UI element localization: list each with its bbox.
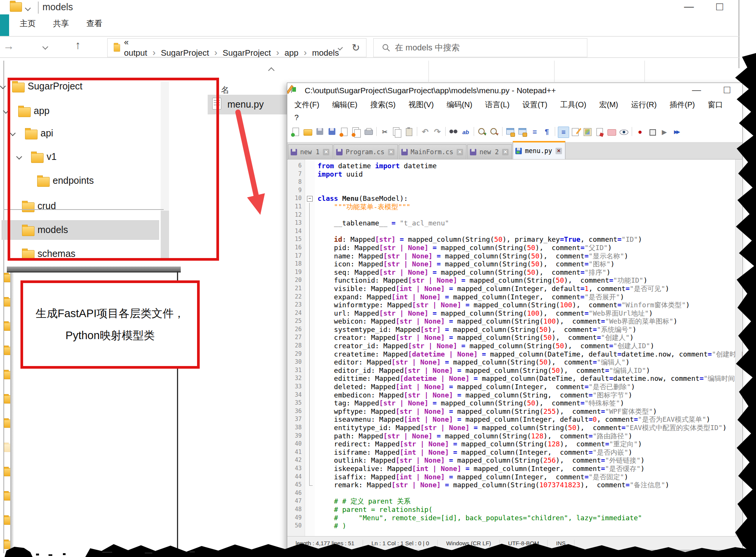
undo-icon[interactable]: ↶ — [420, 127, 430, 137]
notepad-menu-item-11[interactable]: 窗口 — [701, 100, 729, 110]
code-text: import uuid — [315, 170, 363, 178]
function-list-icon[interactable] — [570, 127, 581, 137]
sort-ascending-icon[interactable] — [268, 67, 275, 74]
sync-scroll-h-icon[interactable] — [517, 127, 528, 137]
open-file-icon[interactable] — [302, 127, 313, 137]
tab-close-icon[interactable]: ✕ — [556, 148, 562, 154]
tab-new 2[interactable]: new 2✕ — [467, 144, 512, 159]
fold-marker[interactable]: − — [305, 194, 315, 203]
notepad-menu-item-8[interactable]: 宏(M) — [593, 100, 625, 110]
notepad-menu-item-7[interactable]: 工具(O) — [554, 100, 593, 110]
tab-Program.cs[interactable]: Program.cs✕ — [333, 144, 398, 159]
editor-area[interactable]: 6from datetime import datetime7import uu… — [287, 160, 742, 536]
explorer-maximize-button[interactable]: □ — [716, 0, 723, 13]
tab-close-icon[interactable]: ✕ — [388, 149, 394, 155]
column-divider[interactable] — [554, 61, 555, 82]
tab-MainForm.cs[interactable]: MainForm.cs✕ — [399, 144, 467, 159]
folder-as-workspace-icon[interactable] — [606, 127, 617, 137]
notepad-menu-item-3[interactable]: 视图(V) — [402, 100, 440, 110]
up-icon[interactable]: ↑ — [75, 39, 81, 52]
run-macro-multiple-icon[interactable]: ▶▶ — [671, 127, 682, 137]
indent-guide-icon[interactable]: ≡ — [558, 127, 568, 137]
code-line-39: 39 path: Mapped[str | None] = mapped_col… — [287, 432, 742, 440]
document-switcher-icon[interactable] — [594, 127, 605, 137]
refresh-icon[interactable]: ↻ — [352, 42, 360, 54]
code-text: expand: Mapped[int | None] = mapped_colu… — [315, 293, 624, 301]
copy-icon[interactable] — [391, 127, 402, 137]
quick-access-caret-icon[interactable] — [25, 5, 31, 11]
code-line-31: 31 editor_id: Mapped[str | None] = mappe… — [287, 366, 742, 375]
save-icon[interactable] — [315, 127, 325, 137]
menu-item-help[interactable]: ? — [294, 113, 299, 122]
tab-menu.py[interactable]: menu.py✕ — [513, 141, 565, 159]
notepad-menu-item-5[interactable]: 语言(L) — [479, 100, 516, 110]
fold-marker — [305, 333, 315, 342]
breadcrumb-item-app[interactable]: app — [285, 48, 299, 58]
sync-scroll-v-icon[interactable] — [505, 127, 516, 137]
save-all-icon[interactable] — [327, 127, 337, 137]
column-divider[interactable] — [428, 61, 429, 82]
breadcrumb-item-models[interactable]: models — [312, 48, 339, 58]
redo-icon[interactable]: ↷ — [432, 127, 443, 137]
play-macro-icon[interactable]: ▶ — [659, 127, 670, 137]
code-text: redirect: Mapped[str | None] = mapped_co… — [315, 440, 642, 448]
tab-close-icon[interactable]: ✕ — [502, 149, 509, 155]
notepad-menu-item-10[interactable]: 插件(P) — [663, 100, 701, 110]
explorer-minimize-button[interactable]: — — [684, 1, 694, 13]
ribbon-tab-1[interactable]: 共享 — [53, 18, 69, 29]
notepad-menu-item-2[interactable]: 搜索(S) — [364, 100, 402, 110]
search-box[interactable]: 在 models 中搜索 — [373, 38, 587, 57]
code-line-41: 41 isiframe: Mapped[int | None] = mapped… — [287, 448, 742, 457]
line-number: 44 — [287, 473, 305, 481]
tab-close-icon[interactable]: ✕ — [323, 149, 329, 155]
close-all-icon[interactable] — [351, 127, 362, 137]
view-eye-icon[interactable] — [618, 127, 629, 137]
word-wrap-icon[interactable]: ≡ — [529, 127, 540, 137]
forward-icon[interactable]: → — [3, 39, 14, 52]
notepad-menu-item-4[interactable]: 编码(N) — [440, 100, 479, 110]
tree-expand-icon[interactable] — [0, 83, 6, 89]
notepad-maximize-button[interactable]: □ — [724, 84, 730, 96]
cut-icon[interactable]: ✂ — [379, 127, 390, 137]
notepad-minimize-button[interactable]: — — [692, 84, 701, 95]
background-folder-icon — [4, 516, 10, 525]
history-caret-icon[interactable] — [42, 44, 49, 50]
code-line-38: 38 entitytype_id: Mapped[str | None] = m… — [287, 424, 742, 432]
status-doc-length: length : 4,177 lines : 51 — [287, 540, 363, 546]
ribbon-tabs: 主页共享查看 — [20, 18, 120, 29]
find-icon[interactable] — [448, 127, 459, 137]
tab-label: Program.cs — [346, 148, 384, 156]
notepad-menu-item-0[interactable]: 文件(F) — [288, 100, 326, 110]
line-number: 13 — [287, 219, 305, 227]
record-macro-icon[interactable]: ● — [635, 127, 645, 137]
column-divider[interactable] — [644, 61, 645, 82]
notepad-menu-item-1[interactable]: 编辑(E) — [326, 100, 364, 110]
stop-macro-icon[interactable] — [647, 127, 657, 137]
tab-saved-icon — [401, 149, 408, 155]
print-icon[interactable] — [363, 127, 374, 137]
zoom-in-icon[interactable]: + — [477, 127, 487, 137]
paste-icon[interactable] — [404, 127, 414, 137]
file-menu-accent[interactable] — [0, 14, 9, 36]
tab-close-icon[interactable]: ✕ — [457, 149, 463, 155]
address-bar[interactable]: « output›SugarProject›SugarProject›app›m… — [107, 38, 366, 57]
document-map-icon[interactable] — [582, 127, 593, 137]
replace-icon[interactable]: ab — [460, 127, 471, 137]
zoom-out-icon[interactable]: − — [489, 127, 499, 137]
editor-scrollbar[interactable] — [735, 160, 742, 536]
notepad-menu-item-9[interactable]: 运行(R) — [625, 100, 663, 110]
notepad-menu-item-6[interactable]: 设置(T) — [516, 100, 554, 110]
close-file-icon[interactable] — [339, 127, 349, 137]
file-name[interactable]: menu.py — [227, 99, 264, 110]
breadcrumb-item-output[interactable]: output — [124, 48, 147, 58]
breadcrumb-item-SugarProject[interactable]: SugarProject — [223, 48, 271, 58]
fold-marker — [305, 162, 315, 170]
breadcrumb[interactable]: « output›SugarProject›SugarProject›app›m… — [124, 38, 339, 58]
ribbon-tab-0[interactable]: 主页 — [20, 18, 36, 29]
show-all-characters-icon[interactable]: ¶ — [542, 127, 552, 137]
code-text — [315, 211, 318, 219]
new-file-icon[interactable] — [290, 127, 301, 137]
breadcrumb-item-SugarProject[interactable]: SugarProject — [161, 48, 209, 58]
ribbon-tab-2[interactable]: 查看 — [86, 18, 102, 29]
tab-new 1[interactable]: new 1✕ — [288, 144, 333, 159]
